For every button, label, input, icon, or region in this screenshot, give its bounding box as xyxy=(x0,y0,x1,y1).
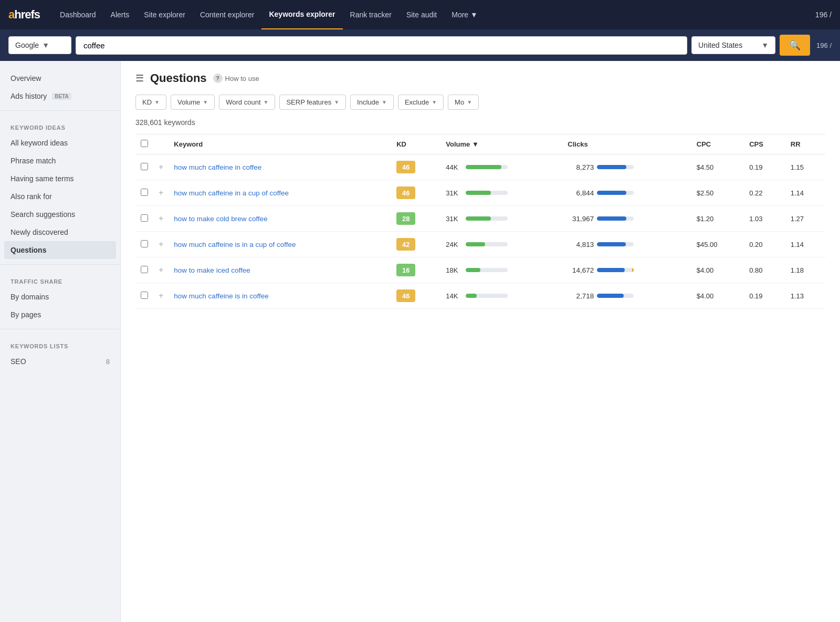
keyword-link[interactable]: how much caffeine is in coffee xyxy=(174,292,268,300)
volume-bar-bg xyxy=(466,191,508,195)
filter-include[interactable]: Include ▼ xyxy=(350,95,394,110)
filter-exclude[interactable]: Exclude ▼ xyxy=(398,95,444,110)
row-checkbox-3[interactable] xyxy=(141,240,148,247)
keywords-lists-title: KEYWORDS LISTS xyxy=(0,335,120,353)
nav-link-alerts[interactable]: Alerts xyxy=(103,0,137,29)
kd-badge: 46 xyxy=(396,289,415,302)
sidebar-item-also-rank-for[interactable]: Also rank for xyxy=(0,188,120,205)
clicks-bar-blue xyxy=(597,294,623,298)
nav-link-keywords-explorer[interactable]: Keywords explorer xyxy=(261,0,342,29)
clicks-bar-bg xyxy=(597,242,634,246)
select-all-checkbox[interactable] xyxy=(141,140,148,147)
row-checkbox-cell xyxy=(135,257,153,283)
row-add-cell: + xyxy=(153,257,169,283)
cps-cell: 0.80 xyxy=(744,257,785,283)
filter-word-count[interactable]: Word count ▼ xyxy=(219,95,275,110)
page-title: Questions xyxy=(150,71,207,85)
nav-link-more[interactable]: More ▼ xyxy=(444,0,485,29)
nav-link-content-explorer[interactable]: Content explorer xyxy=(193,0,262,29)
row-checkbox-5[interactable] xyxy=(141,292,148,299)
nav-link-site-explorer[interactable]: Site explorer xyxy=(136,0,193,29)
volume-bar-bg xyxy=(466,294,508,298)
engine-select[interactable]: Google ▼ xyxy=(8,36,71,54)
main-layout: Overview Ads history BETA KEYWORD IDEAS … xyxy=(0,61,840,622)
hamburger-icon[interactable]: ☰ xyxy=(135,72,144,84)
sidebar-item-all-keyword-ideas[interactable]: All keyword ideas xyxy=(0,134,120,152)
kd-header: KD xyxy=(391,134,440,154)
sidebar-item-overview[interactable]: Overview xyxy=(0,69,120,87)
volume-bar-fill xyxy=(466,165,501,169)
row-checkbox-4[interactable] xyxy=(141,266,148,273)
keywords-table: Keyword KD Volume ▼ Clicks CPC CPS RR + … xyxy=(135,134,825,309)
sidebar-item-phrase-match[interactable]: Phrase match xyxy=(0,152,120,170)
nav-link-site-audit[interactable]: Site audit xyxy=(399,0,444,29)
clicks-cell: 6,844 xyxy=(562,180,691,206)
search-input[interactable] xyxy=(76,36,687,55)
add-keyword-button[interactable]: + xyxy=(159,265,163,274)
add-keyword-button[interactable]: + xyxy=(159,162,163,171)
filter-arrow: ▼ xyxy=(382,99,387,105)
main-content: ☰ Questions ? How to use KD ▼Volume ▼Wor… xyxy=(121,61,840,622)
filter-kd[interactable]: KD ▼ xyxy=(135,95,166,110)
cpc-header: CPC xyxy=(691,134,744,154)
row-checkbox-0[interactable] xyxy=(141,163,148,170)
table-header-row: Keyword KD Volume ▼ Clicks CPC CPS RR xyxy=(135,134,825,154)
sidebar-item-questions[interactable]: Questions xyxy=(4,241,116,259)
volume-cell: 31K xyxy=(440,206,562,232)
nav-links: DashboardAlertsSite explorerContent expl… xyxy=(52,0,815,29)
kd-cell: 46 xyxy=(391,180,440,206)
logo[interactable]: ahrefs xyxy=(8,8,40,22)
add-keyword-button[interactable]: + xyxy=(159,291,163,300)
rr-cell: 1.15 xyxy=(785,154,825,180)
keyword-link[interactable]: how much caffeine is in a cup of coffee xyxy=(174,241,296,248)
table-row: + how much caffeine is in a cup of coffe… xyxy=(135,232,825,257)
kd-badge: 46 xyxy=(396,161,415,173)
clicks-bar-orange xyxy=(632,268,634,272)
add-keyword-button[interactable]: + xyxy=(159,188,163,197)
sidebar-item-seo-list[interactable]: SEO 8 xyxy=(0,353,120,370)
add-keyword-button[interactable]: + xyxy=(159,214,163,223)
clicks-cell: 31,967 xyxy=(562,206,691,232)
search-button[interactable]: 🔍 xyxy=(780,35,810,56)
clicks-bar-bg xyxy=(597,165,634,169)
sidebar-item-ads-history[interactable]: Ads history BETA xyxy=(0,87,120,105)
add-keyword-button[interactable]: + xyxy=(159,240,163,248)
sidebar-item-having-same-terms[interactable]: Having same terms xyxy=(0,170,120,188)
keyword-link[interactable]: how much caffeine in coffee xyxy=(174,163,261,171)
table-row: + how to make cold brew coffee 28 31K 31… xyxy=(135,206,825,232)
clicks-cell: 14,672 xyxy=(562,257,691,283)
nav-link-dashboard[interactable]: Dashboard xyxy=(52,0,103,29)
keyword-link[interactable]: how much caffeine in a cup of coffee xyxy=(174,189,289,197)
table-row: + how to make iced coffee 16 18K 14,672 xyxy=(135,257,825,283)
row-checkbox-1[interactable] xyxy=(141,189,148,196)
country-select[interactable]: United States ▼ xyxy=(691,36,775,54)
filters-bar: KD ▼Volume ▼Word count ▼SERP features ▼I… xyxy=(135,95,825,110)
how-to-use-link[interactable]: ? How to use xyxy=(213,74,259,83)
sidebar-item-by-domains[interactable]: By domains xyxy=(0,288,120,306)
rr-cell: 1.27 xyxy=(785,206,825,232)
search-bar: Google ▼ United States ▼ 🔍 196 / xyxy=(0,29,840,61)
filter-volume[interactable]: Volume ▼ xyxy=(171,95,215,110)
sidebar-item-search-suggestions[interactable]: Search suggestions xyxy=(0,205,120,223)
clicks-bar-blue xyxy=(597,216,626,221)
row-checkbox-2[interactable] xyxy=(141,214,148,222)
row-checkbox-cell xyxy=(135,206,153,232)
filter-arrow: ▼ xyxy=(203,99,208,105)
kd-cell: 28 xyxy=(391,206,440,232)
volume-bar-fill xyxy=(466,242,485,246)
row-checkbox-cell xyxy=(135,232,153,257)
filter-serp-features[interactable]: SERP features ▼ xyxy=(279,95,346,110)
beta-badge: BETA xyxy=(52,93,71,100)
sidebar-item-newly-discovered[interactable]: Newly discovered xyxy=(0,223,120,241)
volume-header[interactable]: Volume ▼ xyxy=(440,134,562,154)
kd-badge: 46 xyxy=(396,186,415,199)
keyword-link[interactable]: how to make cold brew coffee xyxy=(174,215,267,223)
volume-cell: 31K xyxy=(440,180,562,206)
nav-link-rank-tracker[interactable]: Rank tracker xyxy=(343,0,399,29)
sidebar-item-by-pages[interactable]: By pages xyxy=(0,306,120,324)
sidebar-divider-3 xyxy=(0,329,120,329)
kd-badge: 28 xyxy=(396,212,415,225)
filter-mo[interactable]: Mo ▼ xyxy=(448,95,479,110)
keyword-link[interactable]: how to make iced coffee xyxy=(174,266,250,274)
sidebar-divider-2 xyxy=(0,264,120,265)
